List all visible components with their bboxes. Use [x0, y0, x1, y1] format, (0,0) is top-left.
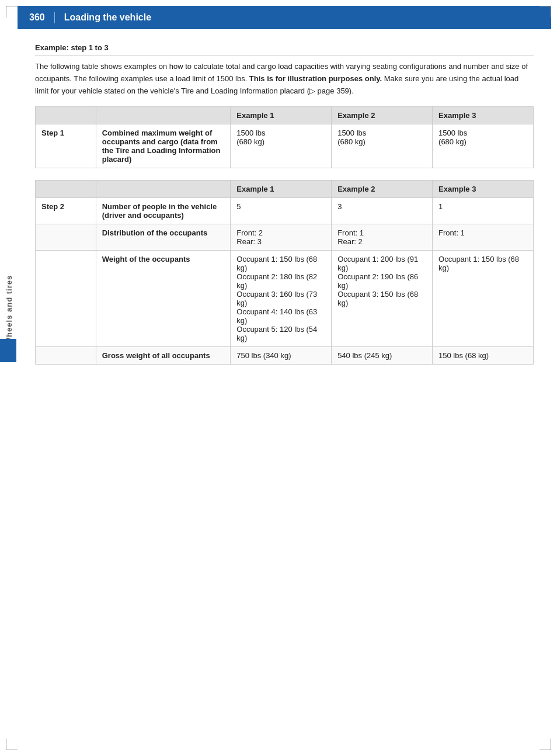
- table1-row1-label: Combined maximum weight of occupants and…: [96, 124, 231, 168]
- table2-row2-ex1: Front: 2Rear: 3: [231, 224, 332, 251]
- page-header: 360 Loading the vehicle: [18, 6, 551, 29]
- table2-row4-label: Gross weight of all occupants: [96, 347, 231, 365]
- table2-row4-ex2: 540 lbs (245 kg): [332, 347, 433, 365]
- page-number: 360: [29, 12, 45, 23]
- table2-row3-label: Weight of the occupants: [96, 251, 231, 347]
- table-row: Step 1 Combined maximum weight of occupa…: [36, 124, 534, 168]
- table1-row1-ex1: 1500 lbs(680 kg): [231, 124, 332, 168]
- table1-wrapper: Example 1 Example 2 Example 3 Step 1 Com…: [35, 106, 534, 168]
- table2-header-row: Example 1 Example 2 Example 3: [36, 181, 534, 198]
- corner-border-tl: [6, 6, 18, 18]
- table2-row2-label: Distribution of the occupants: [96, 224, 231, 251]
- table1-row1-ex2: 1500 lbs(680 kg): [332, 124, 433, 168]
- section-title: Example: step 1 to 3: [35, 43, 534, 56]
- table1-header-row: Example 1 Example 2 Example 3: [36, 107, 534, 124]
- main-content: Example: step 1 to 3 The following table…: [35, 43, 534, 365]
- corner-border-tr: [539, 6, 551, 18]
- page-title: Loading the vehicle: [64, 12, 151, 23]
- table2-row4-ex3: 150 lbs (68 kg): [433, 347, 534, 365]
- table2-row4-step: [36, 347, 96, 365]
- blue-accent-square: [0, 339, 16, 362]
- table2-row3-ex2: Occupant 1: 200 lbs (91 kg) Occupant 2: …: [332, 251, 433, 347]
- table2-row3-step: [36, 251, 96, 347]
- table2-row3-ex1: Occupant 1: 150 lbs (68 kg) Occupant 2: …: [231, 251, 332, 347]
- table2-th-empty1: [36, 181, 96, 198]
- table2-th-ex3: Example 3: [433, 181, 534, 198]
- table1-th-empty1: [36, 107, 96, 124]
- table1-th-empty2: [96, 107, 231, 124]
- table2-row2-step: [36, 224, 96, 251]
- intro-text-bold: This is for illustration purposes only.: [249, 74, 382, 83]
- table2-row1-ex3: 1: [433, 198, 534, 224]
- table2-step2-label: Step 2: [36, 198, 96, 224]
- corner-border-br: [539, 738, 551, 750]
- table1: Example 1 Example 2 Example 3 Step 1 Com…: [35, 106, 534, 168]
- table2: Example 1 Example 2 Example 3 Step 2 Num…: [35, 180, 534, 365]
- table-row: Step 2 Number of people in the vehicle (…: [36, 198, 534, 224]
- header-divider: [54, 12, 55, 23]
- table2-row1-label: Number of people in the vehicle (driver …: [96, 198, 231, 224]
- table2-row1-ex1: 5: [231, 198, 332, 224]
- table2-row3-ex3: Occupant 1: 150 lbs (68 kg): [433, 251, 534, 347]
- table1-row1-ex3: 1500 lbs(680 kg): [433, 124, 534, 168]
- table2-row2-ex3: Front: 1: [433, 224, 534, 251]
- table2-th-ex2: Example 2: [332, 181, 433, 198]
- table2-th-ex1: Example 1: [231, 181, 332, 198]
- corner-border-bl: [6, 738, 18, 750]
- table2-th-empty2: [96, 181, 231, 198]
- intro-paragraph: The following table shows examples on ho…: [35, 61, 534, 97]
- table2-row1-ex2: 3: [332, 198, 433, 224]
- table2-row4-ex1: 750 lbs (340 kg): [231, 347, 332, 365]
- table1-step-label: Step 1: [36, 124, 96, 168]
- table1-th-ex2: Example 2: [332, 107, 433, 124]
- table-row: Distribution of the occupants Front: 2Re…: [36, 224, 534, 251]
- table1-th-ex3: Example 3: [433, 107, 534, 124]
- table1-th-ex1: Example 1: [231, 107, 332, 124]
- table-row: Gross weight of all occupants 750 lbs (3…: [36, 347, 534, 365]
- table-row: Weight of the occupants Occupant 1: 150 …: [36, 251, 534, 347]
- side-tab-label: Wheels and tires: [5, 275, 14, 344]
- table2-row2-ex2: Front: 1Rear: 2: [332, 224, 433, 251]
- table2-wrapper: Example 1 Example 2 Example 3 Step 2 Num…: [35, 180, 534, 365]
